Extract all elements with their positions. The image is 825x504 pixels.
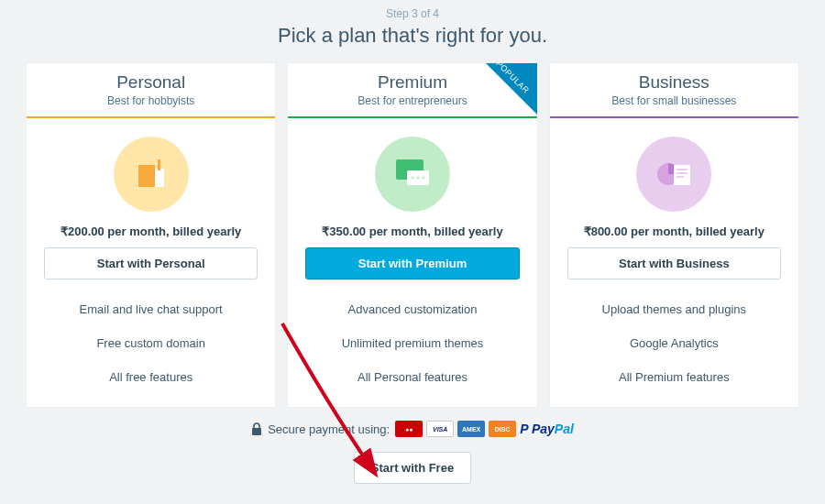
svg-point-5: [411, 177, 413, 180]
mastercard-icon: ●●: [395, 421, 423, 437]
plan-feature: Upload themes and plugins: [602, 302, 747, 316]
lock-icon: [251, 422, 262, 435]
plan-name: Personal: [27, 72, 275, 93]
divider: [550, 116, 798, 118]
pencil-cup-icon: [133, 156, 170, 192]
plan-icon: [114, 137, 189, 212]
plan-price: ₹350.00 per month, billed yearly: [322, 225, 502, 238]
plan-feature: Google Analytics: [630, 336, 719, 350]
chat-icon: [392, 158, 433, 191]
popular-label: POPULAR: [494, 59, 531, 95]
plan-feature: All free features: [109, 370, 192, 384]
svg-rect-9: [676, 169, 688, 170]
svg-point-6: [416, 177, 419, 180]
plan-feature: All Personal features: [358, 370, 468, 384]
paypal-icon: P PayPal: [520, 422, 574, 436]
plan-card-personal: Personal Best for hobbyists ₹200.00 per …: [26, 62, 276, 408]
svg-rect-2: [158, 159, 160, 170]
plan-price: ₹800.00 per month, billed yearly: [584, 225, 764, 238]
svg-rect-11: [676, 176, 684, 178]
plan-card-premium: POPULAR Premium Best for entrepreneurs ₹…: [287, 62, 537, 408]
svg-rect-8: [674, 165, 690, 185]
plan-feature: Unlimited premium themes: [342, 336, 484, 350]
discover-icon: DISC: [489, 421, 516, 437]
plan-tagline: Best for small businesses: [550, 94, 798, 107]
svg-rect-12: [252, 428, 261, 435]
plan-feature: Free custom domain: [96, 336, 205, 350]
popular-ribbon: POPULAR: [486, 63, 537, 115]
plan-feature: Email and live chat support: [80, 302, 223, 316]
plan-name: Business: [550, 72, 798, 93]
start-personal-button[interactable]: Start with Personal: [44, 247, 258, 279]
amex-icon: AMEX: [457, 421, 485, 437]
svg-point-7: [422, 177, 424, 180]
svg-rect-1: [155, 169, 164, 187]
step-indicator: Step 3 of 4: [26, 7, 799, 20]
divider: [288, 116, 536, 118]
plan-price: ₹200.00 per month, billed yearly: [60, 225, 241, 238]
pricing-cards: Personal Best for hobbyists ₹200.00 per …: [26, 62, 799, 408]
start-free-button[interactable]: Start with Free: [354, 452, 471, 484]
secure-payment-row: Secure payment using: ●● VISA AMEX DISC …: [26, 421, 799, 437]
plan-card-business: Business Best for small businesses ₹800.…: [549, 62, 799, 408]
visa-icon: VISA: [426, 421, 454, 437]
page-title: Pick a plan that's right for you.: [26, 24, 799, 48]
start-premium-button[interactable]: Start with Premium: [305, 247, 519, 279]
plan-icon: [375, 137, 450, 212]
plan-icon: [636, 137, 711, 212]
plan-feature: Advanced customization: [348, 302, 478, 316]
plan-feature: All Premium features: [619, 370, 730, 384]
svg-rect-0: [138, 165, 155, 187]
chart-doc-icon: [654, 158, 694, 191]
plan-tagline: Best for hobbyists: [27, 94, 275, 107]
start-business-button[interactable]: Start with Business: [567, 247, 781, 279]
svg-rect-10: [676, 172, 688, 174]
divider: [27, 116, 275, 118]
secure-label: Secure payment using:: [268, 422, 390, 436]
